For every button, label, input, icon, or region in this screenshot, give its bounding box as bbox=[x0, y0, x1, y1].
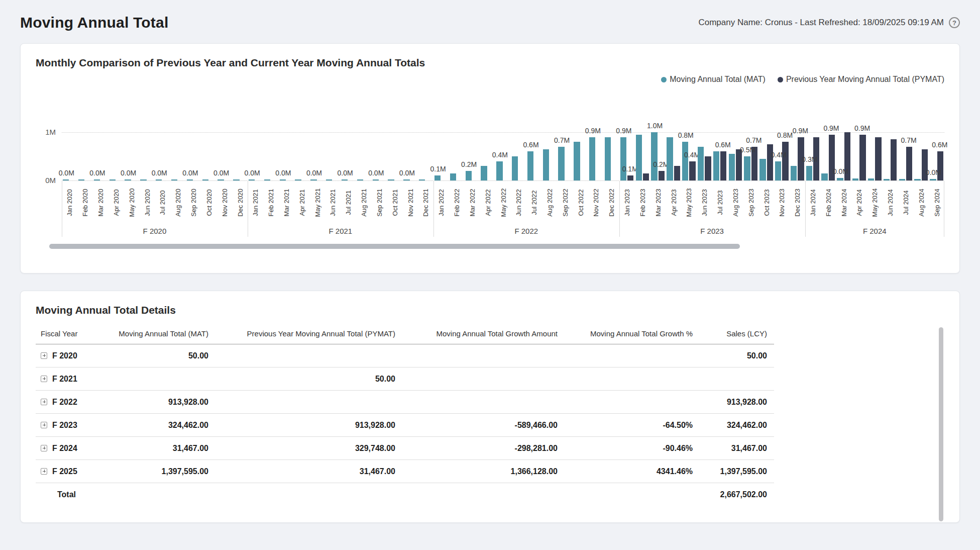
expand-icon[interactable] bbox=[41, 376, 47, 382]
mat-bar[interactable] bbox=[667, 137, 673, 180]
expand-icon[interactable] bbox=[41, 422, 47, 428]
table-cell bbox=[565, 368, 700, 391]
fiscal-year-label: F 2024 bbox=[52, 444, 77, 452]
month-slot: 0.0M bbox=[341, 132, 356, 180]
table-cell: 1,366,128.00 bbox=[402, 460, 565, 483]
column-header-3[interactable]: Moving Annual Total Growth Amount bbox=[402, 324, 565, 344]
legend-item-mat[interactable]: Moving Annual Total (MAT) bbox=[661, 75, 766, 84]
table-cell bbox=[700, 368, 774, 391]
mat-bar[interactable] bbox=[434, 175, 441, 180]
mat-bar[interactable] bbox=[450, 173, 456, 180]
column-header-1[interactable]: Moving Annual Total (MAT) bbox=[96, 324, 215, 344]
pymat-bar[interactable] bbox=[922, 149, 928, 180]
month-slot bbox=[511, 132, 526, 180]
column-header-0[interactable]: Fiscal Year bbox=[36, 324, 96, 344]
pymat-bar[interactable] bbox=[659, 171, 665, 180]
table-cell: 50.00 bbox=[700, 344, 774, 368]
month-slot: 0.0M bbox=[62, 132, 77, 180]
column-header-2[interactable]: Previous Year Moving Annual Total (PYMAT… bbox=[215, 324, 402, 344]
expand-icon[interactable] bbox=[41, 352, 47, 359]
mat-bar[interactable] bbox=[481, 166, 487, 180]
pymat-bar[interactable] bbox=[751, 147, 757, 180]
mat-bar[interactable] bbox=[821, 173, 827, 180]
column-header-5[interactable]: Sales (LCY) bbox=[700, 324, 774, 344]
help-icon[interactable]: ? bbox=[949, 17, 960, 28]
month-slot: 0.9M bbox=[820, 132, 836, 180]
pymat-bar[interactable] bbox=[705, 156, 711, 180]
chart-horizontal-scrollbar[interactable] bbox=[49, 244, 740, 249]
column-header-4[interactable]: Moving Annual Total Growth % bbox=[565, 324, 700, 344]
table-cell: -589,466.00 bbox=[402, 414, 565, 437]
table-cell: 324,462.00 bbox=[96, 414, 215, 437]
pymat-bar[interactable] bbox=[798, 137, 804, 180]
pymat-bar[interactable] bbox=[859, 135, 865, 180]
mat-bar[interactable] bbox=[543, 149, 549, 180]
y-axis-tick-0m: 0M bbox=[45, 176, 56, 185]
mat-bar[interactable] bbox=[791, 166, 797, 180]
mat-bar[interactable] bbox=[605, 137, 611, 180]
mat-bar[interactable] bbox=[682, 142, 688, 180]
mat-bar[interactable] bbox=[620, 137, 626, 180]
month-slot: 0.1M bbox=[433, 132, 449, 180]
x-axis-month-label: Feb 2021 bbox=[263, 180, 279, 225]
pymat-bar[interactable] bbox=[736, 149, 742, 180]
pymat-bar[interactable] bbox=[906, 147, 912, 180]
fiscal-year-axis-label: F 2020 bbox=[62, 225, 248, 237]
mat-bar[interactable] bbox=[636, 135, 642, 180]
mat-bar[interactable] bbox=[651, 132, 657, 180]
mat-bar[interactable] bbox=[713, 151, 719, 180]
pymat-bar[interactable] bbox=[720, 151, 726, 180]
chart-legend: Moving Annual Total (MAT) Previous Year … bbox=[36, 75, 944, 84]
mat-bar[interactable] bbox=[527, 151, 533, 180]
mat-bar[interactable] bbox=[775, 161, 781, 180]
table-vertical-scrollbar[interactable] bbox=[939, 327, 943, 521]
mat-bar[interactable] bbox=[806, 166, 812, 180]
pymat-bar[interactable] bbox=[829, 135, 835, 180]
pymat-bar[interactable] bbox=[891, 139, 897, 180]
x-axis-month-label: Sep 2021 bbox=[372, 180, 387, 225]
table-cell bbox=[402, 368, 565, 391]
mat-bar[interactable] bbox=[466, 171, 472, 180]
fiscal-year-axis-label: F 2021 bbox=[248, 225, 433, 237]
x-axis-month-label: Apr 2022 bbox=[480, 180, 495, 225]
pymat-bar[interactable] bbox=[627, 175, 633, 180]
pymat-bar[interactable] bbox=[782, 142, 788, 180]
month-slot: 0.6M bbox=[712, 132, 728, 180]
pymat-bar[interactable] bbox=[813, 137, 819, 180]
pymat-bar[interactable] bbox=[875, 137, 881, 180]
table-row: F 2022913,928.00913,928.00 bbox=[36, 391, 774, 414]
mat-bar[interactable] bbox=[744, 156, 750, 180]
expand-icon[interactable] bbox=[41, 445, 47, 451]
x-axis-month-label: Apr 2021 bbox=[294, 180, 309, 225]
x-axis-month-label: Aug 2021 bbox=[356, 180, 372, 225]
mat-bar[interactable] bbox=[558, 147, 564, 180]
mat-bar[interactable] bbox=[698, 147, 704, 180]
month-slot: 0.0M bbox=[93, 132, 108, 180]
pymat-bar[interactable] bbox=[767, 144, 773, 180]
expand-icon[interactable] bbox=[41, 468, 47, 475]
month-slot: 0.0M bbox=[372, 132, 387, 180]
mat-bar[interactable] bbox=[574, 142, 580, 180]
x-axis-month-label: Mar 2024 bbox=[836, 180, 851, 225]
mat-bar[interactable] bbox=[729, 154, 735, 180]
table-cell bbox=[215, 483, 402, 506]
x-axis-month-label: May 2022 bbox=[495, 180, 511, 225]
page-header: Moving Annual Total Company Name: Cronus… bbox=[20, 8, 960, 37]
pymat-bar[interactable] bbox=[643, 173, 649, 180]
pymat-bar[interactable] bbox=[689, 161, 695, 180]
mat-bar[interactable] bbox=[512, 156, 518, 180]
pymat-bar[interactable] bbox=[674, 166, 680, 180]
mat-bar[interactable] bbox=[759, 159, 766, 180]
x-axis-month-label: Jul 2020 bbox=[155, 180, 170, 225]
table-cell: 4341.46% bbox=[565, 460, 700, 483]
pymat-bar[interactable] bbox=[937, 151, 943, 180]
x-axis-month-label: Jul 2021 bbox=[341, 180, 356, 225]
mat-bar[interactable] bbox=[496, 161, 502, 180]
table-cell: 31,467.00 bbox=[700, 437, 774, 460]
pymat-bar[interactable] bbox=[844, 132, 850, 180]
mat-bar[interactable] bbox=[589, 137, 595, 180]
legend-item-pymat[interactable]: Previous Year Moving Annual Total (PYMAT… bbox=[778, 75, 944, 84]
table-cell bbox=[215, 391, 402, 414]
x-axis-month-label: Jan 2022 bbox=[433, 180, 449, 225]
expand-icon[interactable] bbox=[41, 399, 47, 405]
